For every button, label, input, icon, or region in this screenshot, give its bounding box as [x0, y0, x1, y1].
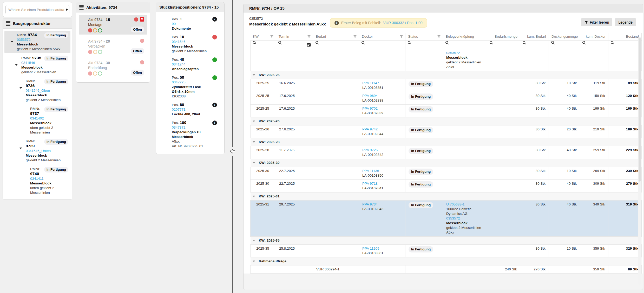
- vertical-scrollbar[interactable]: [638, 37, 641, 285]
- table-row[interactable]: 2025-26 27.6.2025 PPA 9742LA-00102844 In…: [251, 125, 642, 138]
- beleg-link[interactable]: 0353572: [446, 216, 460, 220]
- decker-ppa-link[interactable]: PPA 9726: [362, 148, 378, 152]
- bom-item[interactable]: Pos. 1 90 Dokumente i: [159, 15, 222, 33]
- tree-item[interactable]: In FertigungRMNr. 9734 0353572 Messerblo…: [4, 31, 70, 53]
- combobox-open-icon[interactable]: [66, 8, 68, 11]
- decker-ppa-link[interactable]: PPA 9742: [362, 127, 378, 131]
- column-header[interactable]: kum. Decker: [580, 33, 608, 41]
- collapse-panel-arrow-icon[interactable]: [229, 148, 236, 155]
- decker-ppa-link[interactable]: PPA 9702: [362, 106, 378, 110]
- tree-item[interactable]: In FertigungRMNr. 9735 0341546 Messerblo…: [4, 54, 70, 76]
- bom-code-link[interactable]: 0341546: [172, 39, 210, 44]
- table-row[interactable]: 2025-30 22.7.2025 PPA 11136LA-00103850 I…: [251, 167, 642, 179]
- activity-tile[interactable]: Akt 9734 - 20 Verpacken Offen: [79, 37, 147, 56]
- column-header[interactable]: Belegverknüpfung: [443, 33, 487, 41]
- bom-item[interactable]: Pos. 10 0341546 Messerblock geklebt 2 Me…: [159, 33, 222, 55]
- collapse-caret-icon[interactable]: [253, 196, 255, 197]
- column-search-cell[interactable]: [276, 41, 313, 49]
- bom-code-link[interactable]: 0207771: [172, 107, 210, 112]
- filter-funnel-icon[interactable]: [270, 35, 274, 38]
- bom-code-link[interactable]: 0347372: [172, 125, 210, 130]
- column-search-cell[interactable]: [405, 41, 443, 49]
- column-search-cell[interactable]: [520, 41, 549, 49]
- collapse-caret-icon[interactable]: [253, 162, 255, 164]
- tree-item[interactable]: In FertigungRMNr. 9736 0341546_Oben Mess…: [4, 77, 70, 104]
- column-search-cell[interactable]: [359, 41, 405, 49]
- table-row[interactable]: 2025-30 22.7.2025 PPA 9718LA-00102841 In…: [251, 179, 642, 192]
- column-header[interactable]: Bedarf: [313, 33, 359, 41]
- column-search-cell[interactable]: [251, 41, 276, 49]
- filter-funnel-icon[interactable]: [353, 35, 357, 38]
- table-row[interactable]: 2025-25 16.6.2025 PPA 11147LA-00103851 I…: [251, 79, 642, 92]
- info-icon[interactable]: i: [212, 103, 217, 107]
- bom-code-link[interactable]: 0341244: [172, 62, 210, 67]
- part-code-link[interactable]: 0341402: [30, 116, 68, 121]
- tree-item[interactable]: In FertigungRMNr. 9740 0341411 Messerblo…: [4, 165, 70, 197]
- decker-ppa-link[interactable]: PPA 11209: [362, 247, 379, 250]
- table-row[interactable]: 0353572Messerblockgeklebt 2 Messerlinien…: [251, 49, 642, 71]
- scrollbar-thumb[interactable]: [639, 38, 641, 182]
- table-row[interactable]: VUR 300294-1 240 Stk 270 Stk 359 Stk 89 …: [251, 265, 642, 273]
- tree-item[interactable]: In FertigungRMNr. 9737 0341402 Messerblo…: [4, 105, 70, 137]
- bom-code-link[interactable]: 0347225: [172, 80, 210, 85]
- bom-code-link[interactable]: 90: [172, 22, 210, 26]
- column-header[interactable]: Bestand: [608, 33, 642, 41]
- collapse-caret-icon[interactable]: [253, 141, 255, 143]
- table-row[interactable]: 2025-25 17.6.2025 PPA 9702LA-00102839 In…: [251, 104, 642, 117]
- legend-button[interactable]: Legende: [615, 18, 636, 26]
- table-row[interactable]: 2025-25 17.6.2025 PPA 9694LA-00102838 In…: [251, 92, 642, 104]
- table-row[interactable]: 2025-35 25.8.2025 PPA 11209LA-00103861 I…: [251, 244, 642, 257]
- collapse-caret-icon[interactable]: [253, 74, 255, 76]
- table-row[interactable]: 2025-31 29.7.2025 PPA 9734LA-00102843 In…: [251, 200, 642, 236]
- decker-ppa-link[interactable]: PPA 9734: [362, 202, 378, 206]
- column-header[interactable]: Status: [405, 33, 443, 41]
- decker-ppa-link[interactable]: PPA 9694: [362, 94, 378, 98]
- info-icon[interactable]: i: [212, 17, 217, 22]
- bom-item[interactable]: Pos. 60 0207771 Loctite 480, 20ml i: [159, 101, 222, 118]
- collapse-caret-icon[interactable]: [253, 261, 255, 262]
- column-search-cell[interactable]: [313, 41, 359, 49]
- column-header[interactable]: Bedarfsmenge: [487, 33, 520, 41]
- column-header[interactable]: KW: [251, 33, 276, 41]
- column-search-cell[interactable]: [580, 41, 608, 49]
- column-search-cell[interactable]: [443, 41, 487, 49]
- decker-ppa-link[interactable]: PPA 9718: [362, 182, 378, 185]
- activity-tile[interactable]: Akt 9734 - 30 Endprüfung Offen: [79, 58, 147, 78]
- chevron-down-icon[interactable]: [19, 148, 22, 149]
- bom-item[interactable]: Pos. 100 0347372 Verpackungen zu Messerb…: [159, 118, 222, 150]
- beleg-text: A5xx: [446, 230, 484, 235]
- beleg-link[interactable]: U 705688-1: [446, 202, 465, 206]
- table-row[interactable]: 2025-28 11.7.2025 PPA 9726LA-00102842 In…: [251, 146, 642, 159]
- chevron-down-icon[interactable]: [15, 64, 18, 66]
- cell-kum-bedarf: 30 Stk: [520, 167, 549, 179]
- column-header[interactable]: Decker: [359, 33, 405, 41]
- clear-filter-button[interactable]: Filter leeren: [581, 18, 613, 26]
- column-search-cell[interactable]: [549, 41, 580, 49]
- decker-ppa-link[interactable]: PPA 11147: [362, 81, 379, 85]
- calendar-icon[interactable]: [307, 43, 311, 47]
- decker-ppa-link[interactable]: PPA 11136: [362, 169, 379, 173]
- column-search-cell[interactable]: [487, 41, 520, 49]
- filter-funnel-icon[interactable]: [307, 35, 311, 38]
- filter-funnel-icon[interactable]: [437, 35, 441, 38]
- filter-funnel-icon[interactable]: [399, 35, 403, 38]
- collapse-caret-icon[interactable]: [253, 240, 255, 241]
- production-order-combobox[interactable]: Wählen Sie einen Produktionsauftrag: [5, 5, 69, 14]
- beleg-link[interactable]: 0353572: [446, 51, 460, 55]
- collapse-caret-icon[interactable]: [253, 121, 255, 122]
- part-code-link[interactable]: 0341411: [30, 176, 68, 181]
- column-header[interactable]: Termin: [276, 33, 313, 41]
- column-header[interactable]: kum. Bedarf: [520, 33, 549, 41]
- bom-item[interactable]: Pos. 50 0347225 Zylinderstift Fase Ø3h8 …: [159, 73, 222, 101]
- column-search-cell[interactable]: [608, 41, 642, 49]
- bom-item[interactable]: Pos. 40 0341244 Anschlagzapfen: [159, 55, 222, 73]
- column-header[interactable]: Deckungsmenge: [549, 33, 580, 41]
- banner-document-link[interactable]: VUR 300332 / Pos. 1.00: [383, 21, 423, 25]
- activity-tile[interactable]: Akt 9734 - 15 Montage M Offen: [79, 15, 147, 35]
- info-icon[interactable]: i: [212, 121, 217, 125]
- tree-item[interactable]: In FertigungRMNr. 9739 0341546_Unten Mes…: [4, 137, 70, 164]
- chevron-down-icon[interactable]: [11, 41, 13, 43]
- chevron-down-icon[interactable]: [19, 87, 22, 89]
- part-code-link[interactable]: 0341546_Unten: [26, 149, 68, 153]
- part-code-link[interactable]: 0341546_Oben: [26, 88, 68, 93]
